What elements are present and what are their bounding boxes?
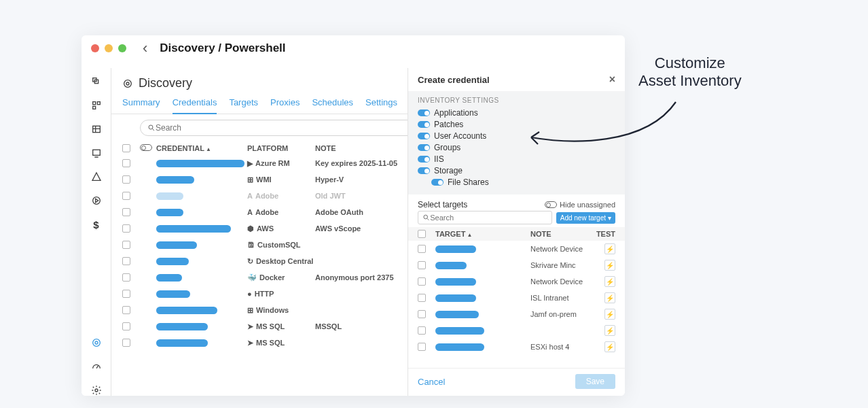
minimize-dot[interactable]: [105, 44, 113, 52]
row-checkbox[interactable]: [122, 241, 130, 249]
inventory-item-file-shares[interactable]: File Shares: [418, 177, 615, 187]
inventory-item[interactable]: Storage: [418, 166, 615, 175]
toggle-icon[interactable]: [418, 121, 430, 128]
inventory-item[interactable]: User Accounts: [418, 131, 615, 141]
target-checkbox[interactable]: [418, 277, 426, 286]
col-platform[interactable]: PLATFORM: [247, 144, 315, 152]
add-new-target-button[interactable]: Add new target▾: [556, 212, 615, 224]
row-checkbox[interactable]: [122, 208, 130, 216]
col-target[interactable]: TARGET▲: [435, 230, 530, 238]
target-checkbox[interactable]: [418, 261, 426, 269]
inventory-item[interactable]: Patches: [418, 120, 615, 129]
toggle-icon[interactable]: [418, 144, 430, 151]
svg-rect-3: [97, 102, 100, 105]
nav-gauge-icon[interactable]: [91, 361, 102, 372]
hide-unassigned-toggle[interactable]: Hide unassigned: [545, 201, 615, 209]
platform-icon: ⊞: [247, 306, 253, 315]
targets-search-input[interactable]: [430, 214, 547, 222]
nav-settings-icon[interactable]: [91, 385, 102, 396]
toggle-all-icon[interactable]: [140, 144, 152, 151]
row-checkbox[interactable]: [122, 273, 130, 282]
inventory-item[interactable]: IIS: [418, 154, 615, 164]
test-button[interactable]: ⚡: [604, 292, 615, 303]
inventory-label: Patches: [434, 120, 463, 129]
cancel-button[interactable]: Cancel: [418, 377, 445, 387]
test-button[interactable]: ⚡: [604, 325, 615, 336]
close-button[interactable]: ×: [609, 73, 615, 86]
target-row[interactable]: ⚡: [408, 322, 625, 339]
row-checkbox[interactable]: [122, 224, 130, 233]
targets-list: Network Device⚡Skrivare Minc⚡Network Dev…: [408, 241, 625, 355]
platform-icon: ↻: [247, 257, 253, 266]
row-checkbox[interactable]: [122, 192, 130, 200]
tab-proxies[interactable]: Proxies: [270, 97, 300, 114]
nav-alert-icon[interactable]: [91, 171, 102, 182]
row-checkbox[interactable]: [122, 322, 130, 330]
target-row[interactable]: Network Device⚡: [408, 241, 625, 257]
platform-label: AAdobe: [247, 192, 315, 200]
row-checkbox[interactable]: [122, 159, 130, 167]
nav-monitor-icon[interactable]: [91, 148, 102, 158]
targets-search-box[interactable]: [418, 211, 552, 224]
note-label: Old JWT: [315, 192, 346, 200]
tab-targets[interactable]: Targets: [229, 97, 258, 114]
inventory-item[interactable]: Groups: [418, 143, 615, 152]
nav-billing-icon[interactable]: $: [91, 219, 102, 230]
col-target-note[interactable]: NOTE: [530, 230, 592, 238]
nav-discovery-icon[interactable]: [91, 337, 102, 348]
nav-dashboard-icon[interactable]: [91, 100, 102, 111]
row-checkbox[interactable]: [122, 290, 130, 298]
row-checkbox[interactable]: [122, 175, 130, 184]
target-checkbox[interactable]: [418, 294, 426, 302]
note-label: Anonymous port 2375: [315, 273, 394, 282]
row-checkbox[interactable]: [122, 339, 130, 347]
toggle-icon[interactable]: [431, 179, 444, 186]
svg-rect-2: [92, 102, 95, 105]
col-credential[interactable]: CREDENTIAL▲: [156, 144, 247, 152]
row-checkbox[interactable]: [122, 306, 130, 314]
target-note: Skrivare Minc: [530, 261, 592, 269]
target-row[interactable]: Jamf on-prem⚡: [408, 306, 625, 322]
targets-select-all-checkbox[interactable]: [418, 230, 426, 238]
toggle-icon[interactable]: [418, 109, 430, 116]
hide-unassigned-label: Hide unassigned: [560, 201, 615, 209]
inventory-item[interactable]: Applications: [418, 108, 615, 118]
target-row[interactable]: Skrivare Minc⚡: [408, 257, 625, 273]
tab-summary[interactable]: Summary: [122, 97, 160, 114]
back-button[interactable]: ‹: [143, 41, 147, 56]
target-checkbox[interactable]: [418, 310, 426, 318]
tab-settings[interactable]: Settings: [365, 97, 397, 114]
select-all-checkbox[interactable]: [122, 144, 130, 152]
toggle-icon[interactable]: [418, 156, 430, 163]
nav-layers-icon[interactable]: [91, 76, 102, 87]
save-button[interactable]: Save: [575, 374, 615, 389]
inventory-label: Groups: [434, 143, 460, 152]
maximize-dot[interactable]: [118, 44, 126, 52]
nav-play-icon[interactable]: [91, 195, 102, 206]
target-checkbox[interactable]: [418, 245, 426, 253]
credential-name-pill: [156, 258, 189, 265]
target-row[interactable]: ISL Intranet⚡: [408, 290, 625, 306]
credential-name-pill: [156, 274, 182, 282]
nav-table-icon[interactable]: [91, 124, 102, 135]
toggle-icon[interactable]: [418, 167, 430, 174]
tab-credentials[interactable]: Credentials: [173, 97, 217, 114]
test-button[interactable]: ⚡: [604, 260, 615, 271]
target-checkbox[interactable]: [418, 343, 426, 351]
row-checkbox[interactable]: [122, 257, 130, 265]
target-row[interactable]: Network Device⚡: [408, 273, 625, 290]
test-button[interactable]: ⚡: [604, 309, 615, 320]
test-button[interactable]: ⚡: [604, 276, 615, 287]
target-row[interactable]: ESXi host 4⚡: [408, 339, 625, 355]
note-label: MSSQL: [315, 322, 342, 330]
toggle-icon[interactable]: [418, 133, 430, 139]
test-button[interactable]: ⚡: [604, 243, 615, 254]
svg-point-12: [92, 339, 100, 347]
credential-name-pill: [156, 307, 217, 314]
platform-label: ➤MS SQL: [247, 339, 315, 347]
target-checkbox[interactable]: [418, 326, 426, 335]
tab-schedules[interactable]: Schedules: [312, 97, 353, 114]
close-dot[interactable]: [91, 44, 99, 52]
inventory-label: User Accounts: [434, 131, 486, 141]
test-button[interactable]: ⚡: [604, 341, 615, 352]
